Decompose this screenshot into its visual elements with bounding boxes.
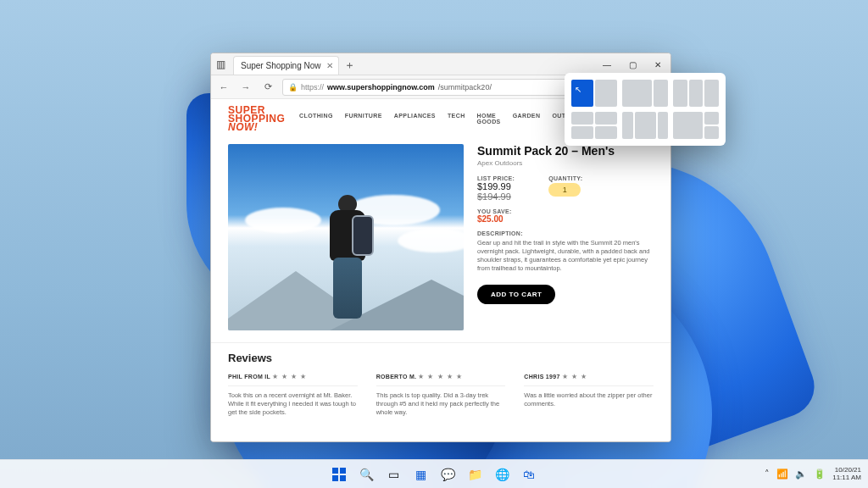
review-item: PHIL FROM IL ★ ★ ★ ★ Took this on a rece… <box>228 373 358 417</box>
tab-close-icon[interactable]: ✕ <box>326 61 333 70</box>
url-path: /summitpack20/ <box>438 83 492 92</box>
snap-layout-center[interactable] <box>622 112 668 139</box>
svg-rect-3 <box>340 475 346 481</box>
browser-tab[interactable]: Super Shopping Now ✕ <box>233 56 339 75</box>
list-price-label: LIST PRICE: <box>477 175 515 181</box>
snap-zone[interactable] <box>704 112 719 125</box>
start-button[interactable] <box>328 463 350 485</box>
cursor-icon: ↖ <box>575 85 581 94</box>
nav-item[interactable]: FURNITURE <box>345 113 382 125</box>
refresh-button[interactable]: ⟳ <box>260 80 275 95</box>
battery-icon[interactable]: 🔋 <box>814 469 826 480</box>
nav-item[interactable]: GARDEN <box>513 113 541 125</box>
app-icon: ▥ <box>211 53 230 75</box>
speaker-icon[interactable]: 🔈 <box>795 469 807 480</box>
system-tray[interactable]: ˄ 📶 🔈 🔋 10/20/21 11:11 AM <box>765 467 861 482</box>
tray-time: 11:11 AM <box>832 474 861 482</box>
snap-zone[interactable] <box>595 126 617 139</box>
nav-item[interactable]: APPLIANCES <box>394 113 436 125</box>
widgets-icon[interactable]: ▦ <box>409 463 431 485</box>
snap-layout-left-stack[interactable] <box>673 112 719 139</box>
svg-rect-0 <box>332 468 338 474</box>
snap-zone[interactable] <box>571 112 593 125</box>
edge-icon[interactable]: 🌐 <box>491 463 513 485</box>
new-tab-button[interactable]: ＋ <box>341 56 359 75</box>
reviews-heading: Reviews <box>228 352 654 364</box>
chat-icon[interactable]: 💬 <box>437 463 459 485</box>
review-item: CHRIS 1997 ★ ★ ★ Was a little worried ab… <box>524 373 654 417</box>
file-explorer-icon[interactable]: 📁 <box>464 463 486 485</box>
you-save-label: YOU SAVE: <box>477 208 654 214</box>
snap-layout-7030[interactable] <box>622 80 668 107</box>
lock-icon: 🔒 <box>288 83 298 92</box>
star-rating-icon: ★ ★ ★ ★ <box>272 373 307 380</box>
snap-zone[interactable] <box>704 126 719 139</box>
snap-zone[interactable] <box>595 80 617 107</box>
product-brand: Apex Outdoors <box>477 159 654 167</box>
snap-zone[interactable] <box>658 112 669 139</box>
store-icon[interactable]: 🛍 <box>518 463 540 485</box>
quantity-stepper[interactable]: 1 <box>548 183 581 197</box>
nav-item[interactable]: TECH <box>448 113 465 125</box>
nav-item[interactable]: CLOTHING <box>299 113 333 125</box>
list-price: $199.99 <box>477 181 515 191</box>
star-rating-icon: ★ ★ ★ ★ ★ <box>418 373 462 380</box>
chevron-up-icon[interactable]: ˄ <box>765 469 770 480</box>
product-description: Gear up and hit the trail in style with … <box>477 239 654 274</box>
page-content: SUPER SHOPPING NOW CLOTHING FURNITURE AP… <box>211 99 670 441</box>
url-protocol: https:// <box>301 83 324 92</box>
snap-zone[interactable] <box>673 112 703 139</box>
quantity-label: QUANTITY: <box>548 175 582 181</box>
tab-title: Super Shopping Now <box>241 61 321 70</box>
clock[interactable]: 10/20/21 11:11 AM <box>832 467 861 482</box>
url-host: www.supershoppingnow.com <box>327 83 435 92</box>
snap-zone[interactable] <box>689 80 704 107</box>
product-image <box>228 144 464 330</box>
snap-layouts-flyout: ↖ <box>565 73 726 146</box>
star-rating-icon: ★ ★ ★ <box>562 373 587 380</box>
back-button[interactable]: ← <box>216 80 231 95</box>
nav-item[interactable]: HOME GOODS <box>477 113 501 125</box>
snap-zone[interactable] <box>622 80 652 107</box>
description-label: DESCRIPTION: <box>477 230 654 236</box>
category-nav: CLOTHING FURNITURE APPLIANCES TECH HOME … <box>299 113 585 125</box>
snap-layout-thirds[interactable] <box>673 80 719 107</box>
orig-price: $194.99 <box>477 191 515 202</box>
snap-zone[interactable] <box>571 126 593 139</box>
snap-zone-selected[interactable]: ↖ <box>571 80 593 107</box>
forward-button[interactable]: → <box>238 80 253 95</box>
snap-layout-quarters[interactable] <box>571 112 617 139</box>
store-logo[interactable]: SUPER SHOPPING NOW <box>228 106 274 132</box>
review-item: ROBERTO M. ★ ★ ★ ★ ★ This pack is top qu… <box>376 373 506 417</box>
svg-rect-2 <box>332 475 338 481</box>
snap-layout-half[interactable]: ↖ <box>571 80 617 107</box>
wifi-icon[interactable]: 📶 <box>776 469 788 480</box>
snap-zone[interactable] <box>622 112 633 139</box>
svg-rect-1 <box>340 468 346 474</box>
you-save-value: $25.00 <box>477 214 654 224</box>
task-view-icon[interactable]: ▭ <box>382 463 404 485</box>
search-icon[interactable]: 🔍 <box>355 463 377 485</box>
snap-zone[interactable] <box>635 112 656 139</box>
snap-zone[interactable] <box>673 80 687 107</box>
add-to-cart-button[interactable]: ADD TO CART <box>477 285 555 304</box>
snap-zone[interactable] <box>704 80 719 107</box>
snap-zone[interactable] <box>595 112 617 125</box>
taskbar: 🔍 ▭ ▦ 💬 📁 🌐 🛍 ˄ 📶 🔈 🔋 10/20/21 11:11 AM <box>0 459 868 488</box>
snap-zone[interactable] <box>654 80 668 107</box>
